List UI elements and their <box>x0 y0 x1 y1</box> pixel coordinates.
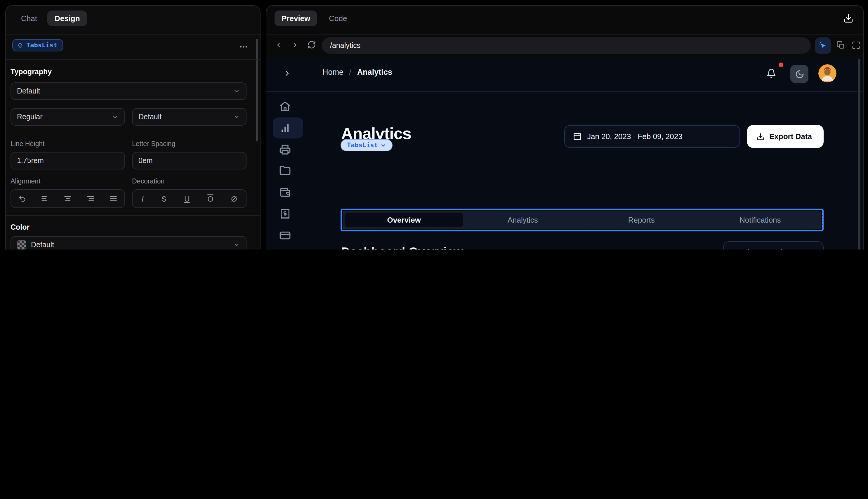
tab-chat[interactable]: Chat <box>14 11 44 26</box>
inspector-badge-label: TabsList <box>347 142 378 149</box>
component-chip-label: TabsList <box>26 41 57 49</box>
tab-overview[interactable]: Overview <box>345 213 463 227</box>
inspector-badge[interactable]: TabsList <box>341 139 392 151</box>
decoration-label: Decoration <box>132 178 164 185</box>
font-weight-select[interactable]: Regular <box>11 108 125 126</box>
sidebar-item-analytics[interactable] <box>279 122 291 134</box>
no-decoration-button[interactable]: Ø <box>231 194 237 203</box>
tab-preview[interactable]: Preview <box>274 11 317 26</box>
compare-label: Compare to: <box>634 249 716 250</box>
preview-scrollbar[interactable] <box>858 59 860 250</box>
underline-glyph: U <box>184 194 190 203</box>
credit-card-icon <box>279 230 291 241</box>
fullscreen-button[interactable] <box>852 41 860 50</box>
bar-chart-icon <box>279 122 291 134</box>
align-center-icon <box>64 195 72 203</box>
inspect-cursor-button[interactable] <box>815 37 831 54</box>
wallet-icon <box>279 186 291 198</box>
divider <box>6 34 260 35</box>
printer-icon <box>279 144 291 156</box>
diamond-icon <box>17 42 23 49</box>
date-range-value: Jan 20, 2023 - Feb 09, 2023 <box>587 132 683 141</box>
underline-button[interactable]: U <box>184 194 190 203</box>
selected-component-chip[interactable]: TabsList <box>12 39 63 51</box>
left-panel-scrollbar[interactable] <box>256 39 258 142</box>
alignment-group <box>11 189 125 208</box>
section-title: Dashboard Overview <box>341 245 463 250</box>
preview-tabs: Preview Code <box>274 11 354 26</box>
sidebar-item-receipts[interactable] <box>279 208 291 220</box>
sidebar-item-invoices[interactable] <box>279 144 291 156</box>
breadcrumb-current: Analytics <box>357 68 392 76</box>
color-select[interactable]: Default <box>11 236 247 250</box>
panel-tabs: Chat Design <box>14 11 87 26</box>
overline-glyph: O <box>207 194 213 203</box>
undo-alignment-button[interactable] <box>18 195 27 203</box>
house-icon <box>279 100 291 112</box>
preview-panel: Preview Code /analytics Home / <box>266 5 864 250</box>
receipt-icon <box>279 208 291 220</box>
date-range-picker[interactable]: Jan 20, 2023 - Feb 09, 2023 <box>564 125 740 148</box>
back-button[interactable] <box>274 41 283 49</box>
breadcrumb-home[interactable]: Home <box>322 68 344 76</box>
no-decoration-glyph: Ø <box>231 194 237 203</box>
tab-reports[interactable]: Reports <box>582 213 701 227</box>
letter-spacing-input[interactable]: 0em <box>132 152 247 169</box>
sidebar-toggle-button[interactable] <box>283 69 292 78</box>
tab-notifications[interactable]: Notifications <box>701 213 820 227</box>
theme-toggle-button[interactable] <box>790 65 808 83</box>
undo-icon <box>18 195 27 203</box>
chevron-down-icon <box>233 113 240 120</box>
tab-code[interactable]: Code <box>322 11 354 26</box>
font-family-value: Default <box>17 87 40 95</box>
rendered-app: Home / Analytics <box>266 57 863 250</box>
app-header: Home / Analytics <box>266 57 863 92</box>
sidebar-item-home[interactable] <box>279 100 291 112</box>
strikethrough-glyph: S <box>161 194 166 203</box>
refresh-button[interactable] <box>307 40 316 49</box>
chevron-down-icon <box>380 142 386 148</box>
tab-design[interactable]: Design <box>48 11 87 26</box>
calendar-icon <box>573 132 582 141</box>
align-right-button[interactable] <box>86 195 95 203</box>
url-input[interactable]: /analytics <box>322 37 811 54</box>
folder-icon <box>279 165 291 177</box>
export-data-button[interactable]: Export Data <box>747 125 823 148</box>
font-size-value: Default <box>138 113 162 121</box>
align-justify-button[interactable] <box>109 195 117 203</box>
divider <box>6 59 260 60</box>
user-avatar[interactable] <box>818 64 836 82</box>
fullscreen-icon <box>852 41 860 50</box>
forward-button[interactable] <box>291 41 299 49</box>
align-justify-icon <box>109 195 117 203</box>
letter-spacing-value: 0em <box>138 157 153 165</box>
url-bar-row: /analytics <box>266 34 863 57</box>
align-center-button[interactable] <box>64 195 72 203</box>
chevron-right-icon <box>283 69 292 78</box>
align-right-icon <box>86 195 95 203</box>
avatar-image <box>818 64 836 82</box>
tabslist-selection-dashed: Overview Analytics Reports Notifications <box>342 210 822 230</box>
align-left-button[interactable] <box>41 195 49 203</box>
overline-button[interactable]: O <box>207 194 213 203</box>
copy-icon <box>836 41 845 50</box>
download-icon <box>756 132 765 141</box>
bell-icon <box>766 68 776 78</box>
notifications-button[interactable] <box>766 68 776 78</box>
italic-button[interactable]: I <box>141 194 144 203</box>
compare-select[interactable]: Previous Month <box>723 241 823 250</box>
font-size-select[interactable]: Default <box>132 108 247 126</box>
copy-preview-button[interactable] <box>836 41 845 50</box>
url-value: /analytics <box>330 41 360 50</box>
sidebar-item-wallet[interactable] <box>279 186 291 198</box>
chevron-right-icon <box>291 41 299 49</box>
download-button[interactable] <box>843 13 853 23</box>
sidebar-item-cards[interactable] <box>279 230 291 241</box>
font-family-select[interactable]: Default <box>11 82 247 100</box>
more-menu-button[interactable] <box>239 42 248 51</box>
tab-analytics[interactable]: Analytics <box>463 213 582 227</box>
sidebar-item-files[interactable] <box>279 165 291 177</box>
strikethrough-button[interactable]: S <box>161 194 166 203</box>
line-height-input[interactable]: 1.75rem <box>11 152 125 169</box>
v0-workspace: Chat Design TabsList Typography Default … <box>0 0 868 250</box>
